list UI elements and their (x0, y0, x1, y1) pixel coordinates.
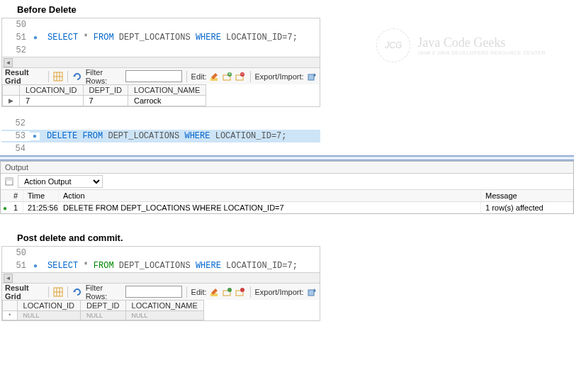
edit-label: Edit: (191, 72, 207, 81)
delete-row-icon[interactable]: − (235, 71, 245, 82)
code-line[interactable]: 54 (1, 142, 320, 155)
output-toggle-icon[interactable] (4, 176, 15, 187)
grid-view-icon[interactable] (53, 71, 63, 82)
output-type-dropdown[interactable]: Action Output (18, 175, 103, 188)
edit-pencil-icon[interactable] (210, 71, 220, 82)
output-col-time[interactable]: Time (23, 190, 59, 201)
refresh-icon[interactable] (72, 286, 82, 298)
result-grid-label: Result Grid (5, 68, 43, 85)
table-cell-null[interactable]: NULL (125, 311, 203, 320)
column-header[interactable]: LOCATION_ID (17, 301, 81, 311)
edit-label: Edit: (191, 288, 207, 296)
grid-view-icon[interactable] (53, 286, 63, 298)
svg-marker-14 (314, 73, 316, 77)
output-cell: DELETE FROM DEPT_LOCATIONS WHERE LOCATIO… (59, 202, 481, 213)
output-col-message[interactable]: Message (481, 190, 573, 201)
line-number: 52 (2, 45, 30, 55)
output-cell: 1 (9, 202, 23, 213)
keyword-where: WHERE (196, 33, 221, 43)
code-line[interactable]: 52 (1, 117, 320, 130)
column-header[interactable]: LOCATION_ID (20, 85, 84, 96)
table-cell[interactable]: 7 (20, 96, 84, 106)
output-col-action[interactable]: Action (59, 190, 481, 201)
horizontal-scrollbar[interactable]: ◄ (2, 272, 320, 283)
filter-input[interactable] (125, 70, 182, 82)
breakpoint-bullet[interactable]: ● (30, 133, 40, 140)
svg-point-25 (227, 288, 232, 292)
code-text: * (83, 33, 88, 43)
code-line[interactable]: 50 (2, 18, 320, 31)
table-row[interactable]: ▶ 7 7 Carrock (3, 96, 206, 106)
svg-text:+: + (228, 72, 231, 77)
column-header[interactable]: LOCATION_NAME (125, 301, 203, 311)
table-cell-null[interactable]: NULL (17, 311, 81, 320)
status-success-icon: ● (1, 204, 9, 212)
row-marker-icon: * (3, 311, 18, 320)
export-icon[interactable] (307, 71, 317, 82)
column-header[interactable]: LOCATION_NAME (128, 85, 206, 96)
watermark-text: Java Code Geeks (417, 35, 546, 50)
row-marker-icon: ▶ (3, 96, 20, 106)
scroll-left-icon[interactable]: ◄ (4, 58, 13, 67)
code-line-selected[interactable]: 53 ● DELETE FROM DEPT_LOCATIONS WHERE LO… (1, 130, 320, 142)
result-grid-label: Result Grid (5, 284, 43, 301)
add-row-icon[interactable] (223, 286, 232, 298)
add-row-icon[interactable]: + (223, 71, 232, 82)
keyword-delete: DELETE (47, 131, 77, 141)
code-line[interactable]: 51 ● SELECT * FROM DEPT_LOCATIONS WHERE … (2, 31, 320, 44)
keyword-from: FROM (82, 131, 103, 141)
column-header[interactable]: DEPT_ID (81, 301, 125, 311)
line-number: 54 (1, 144, 30, 154)
section-title-before-delete: Before Delete (17, 4, 574, 15)
column-header[interactable]: DEPT_ID (83, 85, 128, 96)
filter-rows-label: Filter Rows: (86, 284, 123, 301)
refresh-icon[interactable] (72, 71, 82, 82)
line-number: 50 (2, 248, 30, 258)
output-row[interactable]: ● 1 21:25:56 DELETE FROM DEPT_LOCATIONS … (1, 202, 573, 213)
filter-rows-label: Filter Rows: (86, 68, 123, 85)
code-line[interactable]: 52 (2, 44, 320, 57)
export-icon[interactable] (307, 286, 317, 298)
edit-pencil-icon[interactable] (210, 286, 220, 298)
svg-rect-28 (308, 290, 314, 296)
table-cell[interactable]: Carrock (128, 96, 206, 106)
horizontal-scrollbar[interactable]: ◄ (2, 57, 320, 67)
code-line[interactable]: 50 (2, 247, 320, 259)
code-text: LOCATION_ID=7; (226, 261, 298, 271)
table-cell-null[interactable]: NULL (81, 311, 125, 320)
watermark-logo: JCG Java Code Geeks JAVA 2 JAVA DEVELOPE… (376, 28, 546, 62)
result-grid-table[interactable]: LOCATION_ID DEPT_ID LOCATION_NAME * NULL… (2, 300, 204, 320)
code-text: DEPT_LOCATIONS (119, 33, 191, 43)
output-panel-title: Output (1, 162, 573, 174)
code-text: LOCATION_ID=7; (226, 33, 298, 43)
output-panel: Output Action Output # Time Action Messa… (0, 161, 574, 214)
svg-text:−: − (241, 72, 244, 77)
result-grid-table[interactable]: LOCATION_ID DEPT_ID LOCATION_NAME ▶ 7 7 … (2, 84, 206, 106)
svg-rect-16 (6, 178, 13, 181)
keyword-from: FROM (94, 33, 114, 43)
output-col-num[interactable]: # (9, 190, 23, 201)
table-header-row: LOCATION_ID DEPT_ID LOCATION_NAME (3, 85, 206, 96)
section-title-post-delete: Post delete and commit. (17, 233, 574, 243)
code-line[interactable]: 51 ● SELECT * FROM DEPT_LOCATIONS WHERE … (2, 259, 320, 272)
filter-input[interactable] (125, 286, 182, 298)
keyword-select: SELECT (47, 33, 78, 43)
scroll-left-icon[interactable]: ◄ (4, 274, 13, 283)
code-text: LOCATION_ID=7; (215, 131, 287, 141)
line-number: 53 (1, 131, 30, 141)
line-number: 51 (2, 261, 30, 271)
keyword-select: SELECT (47, 261, 78, 271)
svg-marker-29 (314, 289, 316, 293)
panel-divider[interactable] (0, 155, 574, 161)
line-number: 51 (2, 33, 30, 43)
breakpoint-bullet[interactable]: ● (30, 34, 40, 42)
svg-point-27 (240, 288, 244, 292)
output-cell: 1 row(s) affected (481, 202, 573, 213)
code-text: DEPT_LOCATIONS (119, 261, 191, 271)
breakpoint-bullet[interactable]: ● (30, 262, 40, 270)
delete-row-icon[interactable] (235, 286, 245, 298)
table-cell[interactable]: 7 (83, 96, 128, 106)
table-row[interactable]: * NULL NULL NULL (3, 311, 204, 320)
line-number: 50 (2, 20, 30, 30)
svg-rect-13 (308, 74, 314, 80)
